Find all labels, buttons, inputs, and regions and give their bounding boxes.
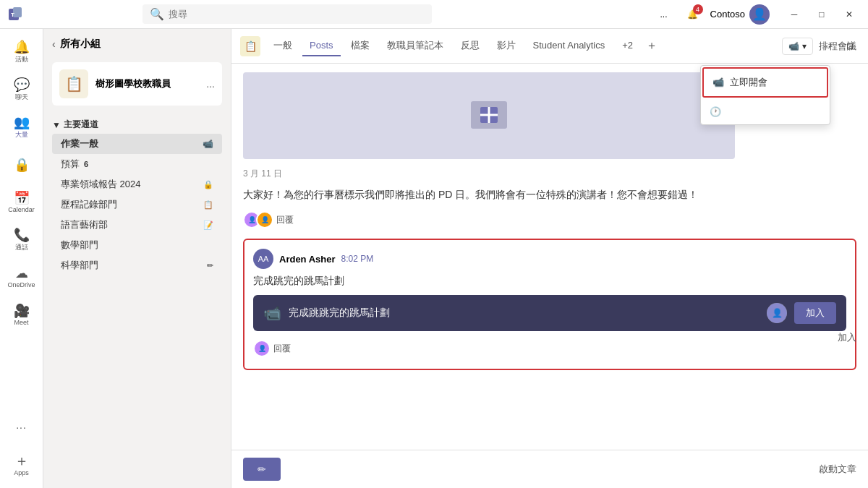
general-channel-label: 作業一般 <box>61 137 98 150</box>
post-date: 3 月 11 日 <box>243 168 856 180</box>
icon-sidebar: 🔔 活動 💬 聊天 👥 大量 🔒 📅 Calendar 📞 通話 ☁ OneDr… <box>0 29 43 488</box>
channel-section: ▼ 主要通道 作業一般 📹 預算 6 專業領域報告 2024 🔒 <box>43 111 231 278</box>
teams-label: 大量 <box>15 130 28 140</box>
meeting-title: 完成跳跳完的跳馬計劃 <box>289 307 760 320</box>
more-options-button[interactable]: ... <box>652 3 676 26</box>
channel-item-math[interactable]: 數學部門 <box>52 235 222 255</box>
apps-label: Apps <box>14 469 29 476</box>
schedule-meeting-label[interactable]: 排程會議 <box>819 40 856 53</box>
team-more-button[interactable]: ... <box>206 78 215 90</box>
tab-more[interactable]: +2 <box>615 35 640 56</box>
calendar-icon: 📅 <box>14 192 30 205</box>
window-controls: ─ □ ✕ <box>781 4 862 25</box>
edit-icon: ✏ <box>258 463 266 475</box>
video-icon: 📹 <box>712 77 724 87</box>
channel-item-general[interactable]: 作業一般 📹 <box>52 134 222 154</box>
channel-item-history[interactable]: 歷程記錄部門 📋 <box>52 194 222 215</box>
channel-item-language[interactable]: 語言藝術部 📝 <box>52 215 222 235</box>
team-icon: 📋 <box>59 69 88 98</box>
schedule-meeting-item[interactable]: 🕐 <box>701 99 830 124</box>
meeting-avatar: 👤 <box>767 303 787 323</box>
sidebar-item-calls[interactable]: 📞 通話 <box>4 223 39 257</box>
tab-general[interactable]: 一般 <box>266 35 299 58</box>
tab-staff-notebook[interactable]: 教職員筆記本 <box>380 35 451 58</box>
sidebar-item-onedrive[interactable]: ☁ OneDrive <box>4 260 39 295</box>
tab-posts[interactable]: Posts <box>302 35 341 56</box>
tab-add-button[interactable]: ＋ <box>643 35 660 56</box>
tab-files[interactable]: 檔案 <box>344 35 377 58</box>
reply-button-2[interactable]: 👤 回覆 <box>253 337 846 360</box>
teams-logo: T <box>6 4 26 25</box>
tab-videos[interactable]: 影片 <box>490 35 523 58</box>
meet-dropdown-arrow: ▾ <box>802 41 807 51</box>
clock-icon: 🕐 <box>710 106 721 117</box>
channel-group-header[interactable]: ▼ 主要通道 <box>52 114 222 134</box>
tab-reflect[interactable]: 反思 <box>454 35 487 58</box>
message-header: AA Arden Asher 8:02 PM <box>253 249 846 269</box>
notifications-button[interactable]: 🔔 4 <box>681 3 705 26</box>
more-icon: ··· <box>16 422 27 432</box>
calendar-label: Calendar <box>8 206 35 213</box>
sidebar-item-meet[interactable]: 🎥 Meet <box>4 298 39 333</box>
channel-name: 語言藝術部 <box>61 218 108 231</box>
maximize-button[interactable]: □ <box>809 4 835 25</box>
start-post-label: 啟動文章 <box>819 463 856 476</box>
team-name: 樹形圖學校教職員 <box>95 77 171 90</box>
meet-now-item[interactable]: 📹 立即開會 <box>702 67 828 98</box>
tab-student-analytics[interactable]: Student Analytics <box>526 35 613 56</box>
post-text: 大家好！為您的行事曆標示我們即將推出的 PD 日。我們將會有一位特殊的演講者！您… <box>243 187 856 202</box>
team-card[interactable]: 📋 樹形圖學校教職員 ... <box>52 62 222 106</box>
join-outside-label[interactable]: 加入 <box>838 331 856 344</box>
chat-label: 聊天 <box>15 93 28 102</box>
titlebar: T 🔍 ... 🔔 4 Contoso 👤 ─ □ ✕ <box>0 0 868 29</box>
notification-badge: 4 <box>693 4 703 14</box>
main-layout: 🔔 活動 💬 聊天 👥 大量 🔒 📅 Calendar 📞 通話 ☁ OneDr… <box>0 29 868 488</box>
meeting-card: 📹 完成跳跳完的跳馬計劃 👤 加入 <box>253 295 846 331</box>
sidebar-item-calendar[interactable]: 📅 Calendar <box>4 185 39 220</box>
main-content: 📋 一般 Posts 檔案 教職員筆記本 反思 影片 Student Analy… <box>231 29 868 488</box>
edit-icon: 📝 <box>203 221 213 230</box>
new-post-button[interactable]: ✏ <box>243 458 281 481</box>
lock-icon: 🔒 <box>203 180 213 189</box>
video-camera-icon: 📹 <box>788 41 799 51</box>
message-body: 完成跳完的跳馬計劃 <box>253 275 846 288</box>
search-input[interactable] <box>169 9 425 20</box>
sidebar-item-activity[interactable]: 🔔 活動 <box>4 35 39 69</box>
teams-sidebar: ‹ 所有小組 📋 樹形圖學校教職員 ... ▼ 主要通道 作業一般 📹 預算 <box>43 29 231 488</box>
tab-bar: 一般 Posts 檔案 教職員筆記本 反思 影片 Student Analyti… <box>266 35 660 58</box>
channel-item-science[interactable]: 科學部門 ✏ <box>52 255 222 275</box>
sidebar-item-chat[interactable]: 💬 聊天 <box>4 72 39 107</box>
collapse-icon: ▼ <box>52 120 61 130</box>
channel-name: 專業領域報告 2024 <box>61 178 141 191</box>
sidebar-item-teams[interactable]: 👥 大量 <box>4 110 39 145</box>
search-bar[interactable]: 🔍 <box>142 4 432 24</box>
user-profile[interactable]: Contoso 👤 <box>710 4 770 25</box>
minimize-button[interactable]: ─ <box>781 4 807 25</box>
compose-bar: ✏ 啟動文章 <box>231 450 868 488</box>
teams-icon: 👥 <box>14 116 30 129</box>
user-name-label: Contoso <box>710 9 745 20</box>
join-button[interactable]: 加入 <box>794 302 836 324</box>
reply-button-1[interactable]: 👤 👤 回覆 <box>243 208 856 231</box>
meet-now-dropdown-button[interactable]: 📹 ▾ <box>782 38 813 55</box>
message-username: Arden Asher <box>279 254 336 265</box>
chat-icon: 💬 <box>14 78 30 91</box>
channel-name: 科學部門 <box>61 259 98 272</box>
sidebar-item-apps[interactable]: ＋ Apps <box>4 448 39 482</box>
sidebar-item-more[interactable]: ··· <box>4 410 39 445</box>
video-icon: 📹 <box>203 139 213 149</box>
channel-item-budget[interactable]: 預算 6 <box>52 154 222 174</box>
channel-item-professional[interactable]: 專業領域報告 2024 🔒 <box>52 174 222 194</box>
message-time: 8:02 PM <box>341 254 374 264</box>
back-button[interactable]: ‹ <box>52 38 56 50</box>
pencil-icon: ✏ <box>207 261 213 270</box>
sidebar-header: ‹ 所有小組 <box>43 29 231 56</box>
apps-add-icon: ＋ <box>14 453 29 468</box>
back-label: 所有小組 <box>60 38 101 51</box>
sidebar-item-lock[interactable]: 🔒 <box>4 147 39 182</box>
dropdown-menu: 📹 立即開會 🕐 <box>700 65 830 125</box>
close-button[interactable]: ✕ <box>836 4 862 25</box>
banner-image <box>243 72 735 159</box>
lock-icon: 🔒 <box>14 158 30 171</box>
reply-label-2: 回覆 <box>273 343 291 355</box>
